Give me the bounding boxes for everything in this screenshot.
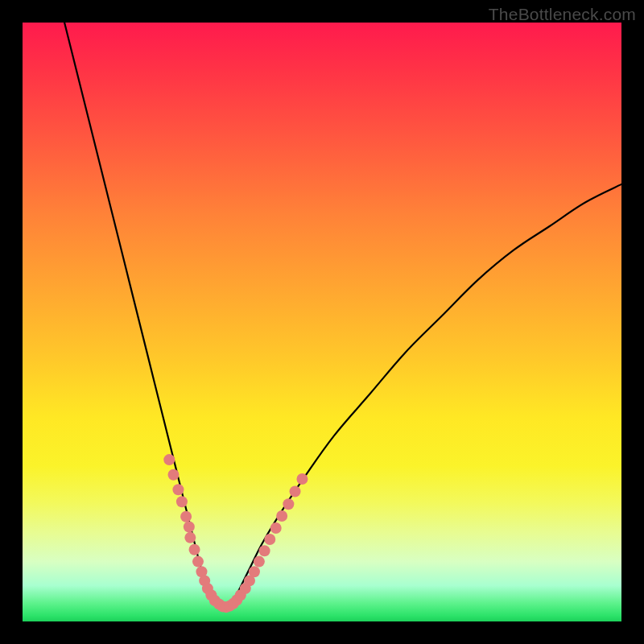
- data-dot: [167, 469, 179, 481]
- plot-area: [23, 23, 621, 621]
- scatter-group: [240, 473, 308, 594]
- data-dot: [189, 544, 200, 555]
- data-dot: [290, 486, 301, 497]
- data-dot: [172, 484, 184, 495]
- scatter-group: [163, 454, 221, 606]
- data-dot: [264, 534, 275, 545]
- data-dot: [254, 556, 265, 568]
- data-dot: [184, 532, 196, 543]
- watermark-text: TheBottleneck.com: [489, 5, 636, 24]
- data-dot: [249, 566, 260, 577]
- data-dot: [259, 545, 270, 556]
- data-dot: [163, 454, 175, 465]
- data-dot: [180, 511, 192, 522]
- data-dot: [296, 473, 308, 485]
- data-dot: [176, 496, 188, 507]
- data-dot: [192, 556, 204, 568]
- plot-svg: [23, 23, 621, 621]
- data-dot: [276, 510, 287, 522]
- data-dot: [184, 521, 195, 532]
- data-dot: [283, 498, 294, 510]
- scatter-group: [213, 589, 246, 613]
- chart-frame: TheBottleneck.com: [0, 0, 644, 644]
- curve-path: [64, 23, 621, 609]
- data-dot: [270, 522, 282, 534]
